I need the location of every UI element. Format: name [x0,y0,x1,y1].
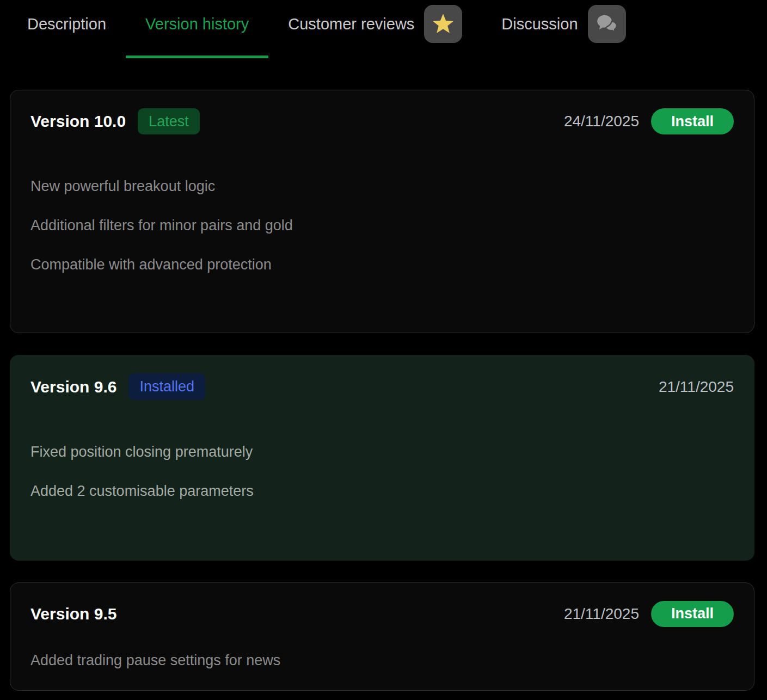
tab-customer-reviews[interactable]: Customer reviews [268,0,482,58]
version-title: Version 9.5 [30,605,116,623]
release-note: Added trading pause settings for news [30,652,734,668]
version-card-header: Version 10.0 Latest 24/11/2025 Install [30,108,734,134]
version-card-10-0: Version 10.0 Latest 24/11/2025 Install N… [10,90,754,333]
version-card-9-5: Version 9.5 21/11/2025 Install Added tra… [10,582,754,691]
tab-customer-reviews-label: Customer reviews [288,15,414,33]
tab-version-history[interactable]: Version history [126,0,268,58]
release-note: Fixed position closing prematurely [30,444,734,460]
tab-bar: Description Version history Customer rev… [0,0,767,58]
release-date: 24/11/2025 [564,113,639,130]
tab-discussion[interactable]: Discussion [482,0,645,58]
release-notes: Added trading pause settings for news [30,652,734,668]
release-note: New powerful breakout logic [30,178,734,194]
version-card-9-6: Version 9.6 Installed 21/11/2025 Fixed p… [10,355,754,560]
install-button[interactable]: Install [651,601,734,627]
version-card-header: Version 9.6 Installed 21/11/2025 [30,373,734,400]
header-right: 24/11/2025 Install [564,108,734,134]
latest-badge: Latest [138,108,200,134]
release-date: 21/11/2025 [659,378,734,396]
release-note: Added 2 customisable parameters [30,483,734,499]
version-history-list: Version 10.0 Latest 24/11/2025 Install N… [10,90,754,691]
header-right: 21/11/2025 Install [564,601,734,627]
tab-discussion-label: Discussion [501,15,578,33]
install-button[interactable]: Install [651,108,734,134]
chat-icon [588,5,626,43]
header-right: 21/11/2025 [659,378,734,396]
version-card-header: Version 9.5 21/11/2025 Install [30,601,734,627]
star-icon [424,5,462,43]
release-notes: New powerful breakout logic Additional f… [30,178,734,273]
version-title: Version 9.6 [30,378,116,396]
tab-description-label: Description [27,15,106,33]
tab-description[interactable]: Description [8,0,126,58]
release-date: 21/11/2025 [564,605,639,623]
release-note: Compatible with advanced protection [30,256,734,273]
release-notes: Fixed position closing prematurely Added… [30,444,734,499]
release-note: Additional filters for minor pairs and g… [30,217,734,234]
version-title: Version 10.0 [30,112,126,131]
tab-version-history-label: Version history [145,15,249,33]
installed-badge: Installed [128,373,205,400]
